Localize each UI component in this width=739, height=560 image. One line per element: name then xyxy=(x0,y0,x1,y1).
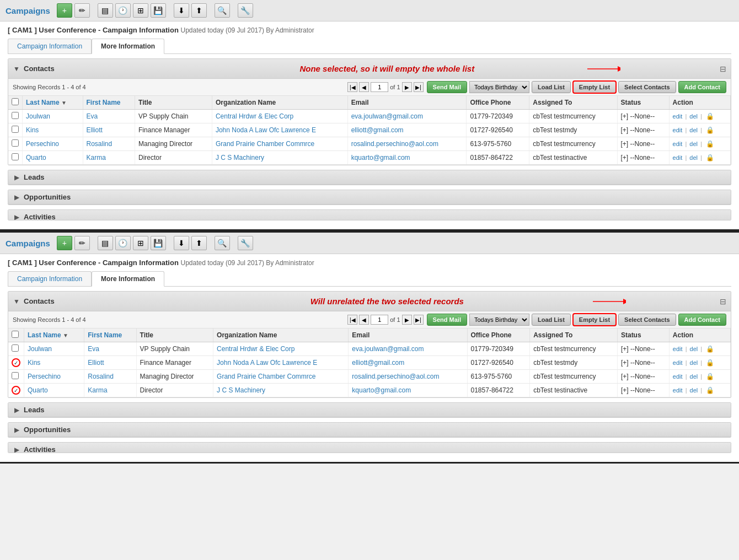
edit-link[interactable]: edit xyxy=(673,373,683,380)
row-checkbox[interactable] xyxy=(12,126,19,133)
select-all-checkbox-2[interactable] xyxy=(12,331,19,338)
row-checkbox[interactable] xyxy=(12,344,19,352)
birthday-select-2[interactable]: Todays Birthday All Contacts My Contacts xyxy=(469,314,529,326)
send-mail-btn-1[interactable]: Send Mail xyxy=(427,81,467,93)
email-link[interactable]: eva.joulwan@gmail.com xyxy=(351,112,423,120)
org-link[interactable]: Grand Prairie Chamber Commrce xyxy=(217,373,315,380)
firstname-link[interactable]: Karma xyxy=(87,154,106,161)
history-button-1[interactable]: 🕐 xyxy=(115,3,131,18)
edit-link[interactable]: edit xyxy=(673,154,683,161)
edit-link[interactable]: edit xyxy=(673,127,683,133)
firstname-link[interactable]: Eva xyxy=(87,112,98,120)
birthday-dropdown-2[interactable]: Todays Birthday All Contacts My Contacts xyxy=(469,314,529,326)
status-plus[interactable]: [+] --None-- xyxy=(621,154,655,161)
status-plus[interactable]: [+] --None-- xyxy=(621,359,655,367)
tab-more-info-1[interactable]: More Information xyxy=(92,39,164,54)
contacts-collapse-icon-2[interactable]: ▼ xyxy=(13,298,20,305)
import-button-2[interactable]: ⬇ xyxy=(174,236,189,250)
status-plus[interactable]: [+] --None-- xyxy=(621,373,655,380)
page-number-2[interactable] xyxy=(371,315,388,325)
load-list-btn-1[interactable]: Load List xyxy=(532,81,571,93)
page-next-2[interactable]: ▶ xyxy=(402,315,412,325)
lastname-link[interactable]: Joulwan xyxy=(28,345,52,353)
th-lastname-1[interactable]: Last Name ▼ xyxy=(23,96,83,110)
page-prev-2[interactable]: ◀ xyxy=(359,315,369,325)
page-next-1[interactable]: ▶ xyxy=(402,82,412,92)
org-link[interactable]: J C S Machinery xyxy=(216,154,264,161)
email-link[interactable]: kquarto@gmail.com xyxy=(352,386,411,394)
duplicate-button-1[interactable]: ⊞ xyxy=(133,3,148,18)
lastname-link[interactable]: Quarto xyxy=(28,386,48,394)
row-checkbox[interactable] xyxy=(12,372,19,379)
lastname-link[interactable]: Persechino xyxy=(28,373,61,380)
status-plus[interactable]: [+] --None-- xyxy=(621,140,655,148)
del-link[interactable]: del xyxy=(690,359,698,366)
add-contact-btn-1[interactable]: Add Contact xyxy=(678,81,726,93)
firstname-link[interactable]: Rosalind xyxy=(87,140,113,148)
birthday-dropdown-1[interactable]: Todays Birthday All Contacts My Contacts xyxy=(469,81,529,93)
birthday-select-1[interactable]: Todays Birthday All Contacts My Contacts xyxy=(469,81,529,93)
email-link[interactable]: elliott@gmail.com xyxy=(352,359,404,367)
view-button-1[interactable]: ▤ xyxy=(98,3,113,18)
edit-link[interactable]: edit xyxy=(673,141,683,147)
email-link[interactable]: elliott@gmail.com xyxy=(351,126,404,134)
firstname-link[interactable]: Elliott xyxy=(88,359,104,367)
page-last-1[interactable]: ▶| xyxy=(414,82,424,92)
status-plus[interactable]: [+] --None-- xyxy=(621,345,655,353)
email-link[interactable]: kquarto@gmail.com xyxy=(351,154,410,161)
del-link[interactable]: del xyxy=(689,154,698,161)
save-button-1[interactable]: 💾 xyxy=(151,3,166,18)
del-link[interactable]: del xyxy=(689,113,698,120)
page-first-1[interactable]: |◀ xyxy=(347,82,357,92)
tab-more-info-2[interactable]: More Information xyxy=(92,271,164,287)
edit-link[interactable]: edit xyxy=(673,359,683,366)
leads-collapse-icon-1[interactable]: ▶ xyxy=(13,174,20,181)
del-link[interactable]: del xyxy=(690,346,698,352)
tools-button-2[interactable]: 🔧 xyxy=(238,236,253,250)
edit-button-2[interactable]: ✏ xyxy=(74,236,90,250)
del-link[interactable]: del xyxy=(689,141,698,147)
edit-link[interactable]: edit xyxy=(673,387,683,394)
add-contact-btn-2[interactable]: Add Contact xyxy=(678,314,726,326)
history-button-2[interactable]: 🕐 xyxy=(115,236,131,250)
status-plus[interactable]: [+] --None-- xyxy=(621,126,655,134)
send-mail-btn-2[interactable]: Send Mail xyxy=(427,314,467,326)
duplicate-button-2[interactable]: ⊞ xyxy=(133,236,148,250)
row-checkbox[interactable] xyxy=(12,139,19,147)
select-contacts-btn-2[interactable]: Select Contacts xyxy=(618,314,676,326)
save-button-2[interactable]: 💾 xyxy=(151,236,166,250)
edit-button-1[interactable]: ✏ xyxy=(74,3,90,18)
tools-button-1[interactable]: 🔧 xyxy=(238,3,253,18)
org-link[interactable]: John Noda A Law Ofc Lawrence E xyxy=(216,126,316,134)
select-contacts-btn-1[interactable]: Select Contacts xyxy=(618,81,676,93)
search-button-1[interactable]: 🔍 xyxy=(215,3,230,18)
tab-campaign-info-2[interactable]: Campaign Information xyxy=(8,271,92,286)
lastname-link[interactable]: Kins xyxy=(28,359,40,367)
edit-link[interactable]: edit xyxy=(673,113,683,120)
status-plus[interactable]: [+] --None-- xyxy=(621,386,655,394)
firstname-link[interactable]: Elliott xyxy=(87,126,103,134)
search-button-2[interactable]: 🔍 xyxy=(215,236,230,250)
leads-collapse-icon-2[interactable]: ▶ xyxy=(13,406,20,414)
page-last-2[interactable]: ▶| xyxy=(414,315,424,325)
firstname-link[interactable]: Rosalind xyxy=(88,373,114,380)
tab-campaign-info-1[interactable]: Campaign Information xyxy=(8,39,92,53)
lastname-link[interactable]: Kins xyxy=(26,126,39,134)
org-link[interactable]: Grand Prairie Chamber Commrce xyxy=(216,140,314,148)
contacts-collapse-icon-1[interactable]: ▼ xyxy=(13,65,20,73)
org-link[interactable]: Central Hrdwr & Elec Corp xyxy=(217,345,294,353)
edit-link[interactable]: edit xyxy=(673,346,683,352)
del-link[interactable]: del xyxy=(690,373,698,380)
lastname-link[interactable]: Joulwan xyxy=(26,112,50,120)
opportunities-collapse-icon-2[interactable]: ▶ xyxy=(13,426,20,434)
lastname-link[interactable]: Quarto xyxy=(26,154,46,161)
lastname-link[interactable]: Persechino xyxy=(26,140,59,148)
th-lastname-2[interactable]: Last Name ▼ xyxy=(24,329,84,342)
add-button-2[interactable]: + xyxy=(57,236,72,250)
status-plus[interactable]: [+] --None-- xyxy=(621,112,655,120)
row-checkbox[interactable] xyxy=(12,153,19,160)
load-list-btn-2[interactable]: Load List xyxy=(532,314,571,326)
email-link[interactable]: eva.joulwan@gmail.com xyxy=(352,345,424,353)
view-button-2[interactable]: ▤ xyxy=(98,236,113,250)
add-button-1[interactable]: + xyxy=(57,3,72,18)
